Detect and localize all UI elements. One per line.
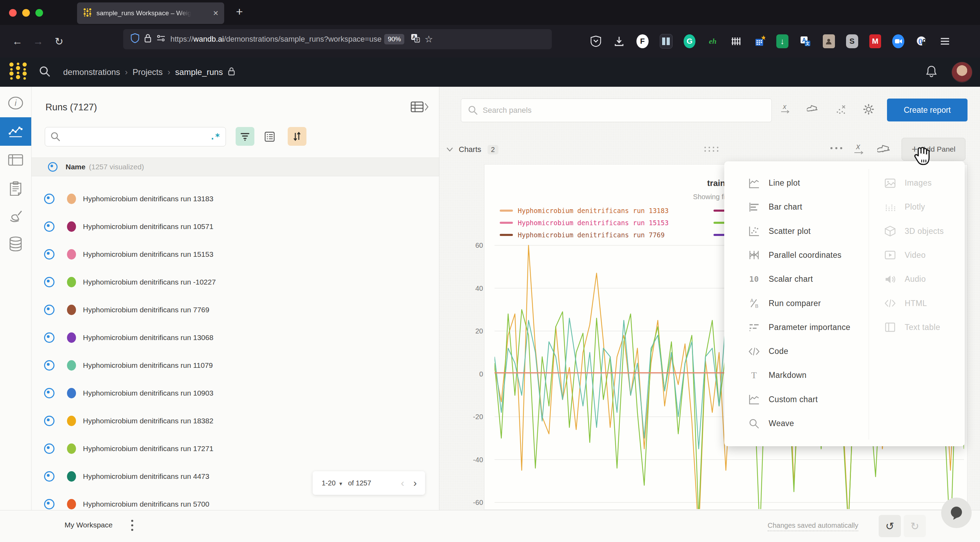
list-view-button[interactable] [261,129,278,145]
run-row[interactable]: Hyphomicrobium denitrificans run -10227 [44,275,216,289]
privacy-lock-icon[interactable]: () [915,34,928,48]
run-name[interactable]: Hyphomicrobium denitrificans run 10571 [83,223,213,231]
workspace-kebab-icon[interactable] [130,519,134,534]
regex-toggle-icon[interactable]: .* [210,132,220,141]
visibility-eye-icon[interactable] [44,194,54,204]
run-row[interactable]: Hyphomicrobium denitrificans run 10903 [44,386,213,400]
filter-button[interactable] [235,127,255,146]
add-panel-button[interactable]: + Add Panel [902,138,966,161]
visibility-eye-icon[interactable] [44,277,54,287]
settings-gear-icon[interactable] [863,103,875,118]
pocket-icon[interactable] [590,34,602,48]
create-report-button[interactable]: Create report [887,99,967,121]
x-axis-icon[interactable]: x [780,103,791,118]
video-download-icon[interactable]: ↓ [776,34,788,48]
people-extension-icon[interactable] [823,34,835,48]
notifications-bell-icon[interactable] [925,65,938,79]
runs-search-input[interactable]: .* [45,127,226,146]
page-range-caret-icon[interactable]: ▼ [338,481,343,486]
chevron-down-icon[interactable] [446,147,453,152]
visibility-eye-icon[interactable] [44,443,54,454]
forward-icon[interactable]: → [28,35,49,47]
translate-icon[interactable]: A文 [410,33,420,45]
workspace-selector[interactable]: My Workspace [65,521,113,529]
visibility-eye-icon[interactable] [44,332,54,343]
fence-icon[interactable] [730,34,742,48]
tracking-shield-icon[interactable] [131,33,139,45]
bookmark-star-icon[interactable]: ☆ [425,33,433,45]
url-bar[interactable]: https://wandb.ai/demonstrations/sample_r… [123,29,552,49]
run-row[interactable]: Hyphomicrobium denitrificans run 10571 [44,219,213,234]
menu-item-scalar-chart[interactable]: 10Scalar chart [747,267,813,291]
expand-table-icon[interactable] [410,101,429,115]
section-x-axis-icon[interactable]: x [853,143,865,157]
redo-button[interactable]: ↻ [904,515,926,537]
run-row[interactable]: Hyphomicrobium denitrificans run 13183 [44,192,213,206]
visibility-eye-icon[interactable] [44,499,54,509]
menu-item-parameter-importance[interactable]: Parameter importance [747,315,851,339]
menu-item-scatter-plot[interactable]: Scatter plot [747,219,811,243]
run-row[interactable]: Hyphomicrobium denitrificans run 11079 [44,358,213,372]
eh-extension-icon[interactable]: eh [706,34,719,48]
visibility-eye-icon[interactable] [44,305,54,315]
visibility-eye-icon[interactable] [44,360,54,370]
visibility-eye-icon[interactable] [44,416,54,426]
lock-icon[interactable] [144,33,152,45]
smoothing-iron-icon[interactable] [807,104,819,117]
sort-button[interactable] [288,127,306,146]
panel-search-input[interactable]: Search panels [461,99,772,122]
run-row[interactable]: Hyphomicrobium denitrificans run 17271 [44,442,213,456]
run-row[interactable]: Hyphomicrobium denitrificans run 4473 [44,469,209,483]
zoom-window-button[interactable] [35,9,43,17]
nav-search-icon[interactable] [39,65,51,79]
run-name[interactable]: Hyphomicrobium denitrificans run 4473 [83,472,209,481]
menu-item-code[interactable]: Code [747,339,788,363]
next-page-icon[interactable]: › [413,477,417,489]
run-name[interactable]: Hyphomicrobium denitrificans run 5700 [83,500,209,509]
sidebar-item-artifacts[interactable] [0,230,31,258]
run-name[interactable]: Hyphomicrobium denitrificans run 17271 [83,445,213,453]
run-name[interactable]: Hyphomicrobium denitrificans run 13183 [83,195,213,203]
sidebar-item-reports[interactable] [0,174,31,203]
section-more-icon[interactable] [829,145,844,153]
visibility-eye-icon[interactable] [48,162,57,172]
prev-page-icon[interactable]: ‹ [401,477,404,489]
reload-icon[interactable]: ↻ [49,35,69,48]
zoom-level-badge[interactable]: 90% [384,34,404,45]
breadcrumb-projects[interactable]: Projects [132,67,163,77]
minimize-window-button[interactable] [22,9,30,17]
run-name[interactable]: Hyphomicrobium denitrificans run 13068 [83,334,213,342]
run-name[interactable]: Hyphomicrobium denitrificans run 15153 [83,250,213,259]
menu-item-run-comparer[interactable]: ABRun comparer [747,291,821,315]
menu-item-bar-chart[interactable]: Bar chart [747,195,802,219]
menu-item-weave[interactable]: Weave [747,412,794,436]
f-extension-icon[interactable]: F [636,34,649,48]
breadcrumb-entity[interactable]: demonstrations [63,67,120,77]
download-icon[interactable] [613,34,625,48]
wandb-logo[interactable] [8,62,29,83]
onetab-icon[interactable] [660,34,673,49]
translate-ext-icon[interactable]: A文 [800,34,812,48]
calendar-star-icon[interactable]: ★ [753,34,765,48]
grammarly-icon[interactable]: G [684,34,696,48]
undo-button[interactable]: ↺ [879,515,901,537]
breadcrumb-project[interactable]: sample_runs [175,67,223,77]
menu-item-line-plot[interactable]: Line plot [747,171,800,195]
tab-close-icon[interactable]: ✕ [213,9,219,17]
visibility-eye-icon[interactable] [44,221,54,232]
sidebar-item-workspace[interactable] [0,117,31,146]
run-name[interactable]: Hyphomicrobium denitrificans run 7769 [83,306,209,314]
permissions-icon[interactable] [156,35,165,44]
run-row[interactable]: Hyphomicrobium denitrificans run 18382 [44,414,213,428]
menu-item-parallel-coordinates[interactable]: Parallel coordinates [747,243,842,267]
visibility-eye-icon[interactable] [44,249,54,259]
run-row[interactable]: Hyphomicrobium denitrificans run 7769 [44,303,209,317]
outliers-icon[interactable] [835,104,846,117]
run-row[interactable]: Hyphomicrobium denitrificans run 13068 [44,331,213,345]
mendeley-icon[interactable]: M [869,34,881,48]
back-icon[interactable]: ← [7,35,28,47]
runs-name-header[interactable]: Name (1257 visualized) [32,157,439,176]
sidebar-item-table[interactable] [0,146,31,174]
s-extension-icon[interactable]: S [846,34,858,48]
user-avatar[interactable] [951,62,972,83]
